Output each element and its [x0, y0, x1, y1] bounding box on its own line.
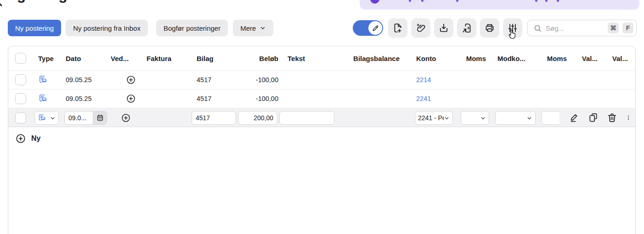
- row-checkbox[interactable]: [15, 74, 26, 85]
- cell-dato: 09.05.25: [66, 95, 111, 102]
- calendar-icon: [96, 114, 104, 122]
- calendar-button[interactable]: [93, 111, 107, 124]
- toggle-knob: [368, 21, 382, 35]
- cell-belob: -100,00: [238, 76, 278, 84]
- new-entry-button[interactable]: Ny postering: [8, 20, 61, 36]
- notification-banner: [360, 0, 639, 10]
- copy-icon: [588, 112, 599, 123]
- shortcut-cmd-badge: ⌘: [608, 22, 619, 33]
- new-document-button[interactable]: [388, 18, 407, 38]
- post-entries-button[interactable]: Bogfør posteringer: [156, 20, 228, 36]
- col-bilag: Bilag: [197, 55, 238, 62]
- row-checkbox[interactable]: [15, 93, 26, 104]
- attach-button[interactable]: [411, 18, 430, 38]
- import-icon: [438, 22, 449, 33]
- col-belob: Beløb: [238, 55, 278, 62]
- shortcut-key-badge: F: [622, 22, 633, 33]
- journal-entry-type-icon: [38, 94, 48, 103]
- col-vedhaeftning: Ved...: [111, 55, 147, 62]
- bilag-input[interactable]: [192, 111, 236, 125]
- col-tekst: Tekst: [278, 55, 348, 62]
- add-attachment-icon[interactable]: [126, 75, 136, 85]
- col-dato: Dato: [66, 55, 111, 62]
- attachment-sparkle-icon: [415, 22, 426, 33]
- edit-button[interactable]: [569, 112, 580, 123]
- konto-link[interactable]: 2241: [416, 95, 431, 102]
- pencil-icon: [372, 24, 379, 32]
- journal-entry-type-icon: [38, 114, 47, 122]
- edit-row: 09.0... 2241 - Pe: [8, 108, 635, 127]
- edit-mode-toggle[interactable]: [353, 20, 383, 36]
- new-entry-row-label: Ny: [31, 134, 40, 143]
- row-actions: [559, 108, 635, 127]
- new-entry-row[interactable]: Ny: [8, 127, 635, 150]
- table-header: Type Dato Ved... Faktura Bilag Beløb Tek…: [8, 46, 635, 70]
- cell-bilag: 4517: [197, 95, 238, 102]
- filter-button[interactable]: [503, 18, 522, 38]
- col-moms: Moms: [461, 55, 486, 62]
- print-icon: [484, 22, 495, 33]
- add-attachment-icon[interactable]: [121, 113, 131, 123]
- add-attachment-icon[interactable]: [126, 94, 136, 104]
- col-bilagsbalance: Bilagsbalance: [348, 55, 400, 62]
- type-select[interactable]: [34, 111, 59, 125]
- page-title: Bogføring: [0, 0, 68, 3]
- search-icon: [533, 24, 542, 33]
- col-valuta: Val...: [567, 55, 598, 62]
- journal-entry-type-icon: [38, 75, 48, 84]
- print-button[interactable]: [480, 18, 499, 38]
- col-konto: Konto: [400, 55, 461, 62]
- row-checkbox[interactable]: [15, 112, 26, 123]
- modkonto-select[interactable]: [495, 111, 536, 125]
- more-button-label: Mere: [240, 24, 256, 32]
- more-button[interactable]: Mere: [233, 20, 273, 36]
- trash-icon: [607, 112, 617, 123]
- toolbar: Ny postering Ny postering fra Inbox Bogf…: [8, 20, 273, 36]
- chevron-down-icon: [526, 115, 532, 121]
- table-row: 09.05.25 4517 -100,00 2241: [8, 89, 635, 108]
- duplicate-button[interactable]: [588, 112, 599, 123]
- chevron-down-icon: [444, 115, 450, 121]
- cell-bilag: 4517: [197, 76, 238, 84]
- col-modkonto: Modko...: [486, 55, 541, 62]
- post-document-button[interactable]: [457, 18, 476, 38]
- import-button[interactable]: [434, 18, 453, 38]
- konto-select[interactable]: 2241 - Pe: [415, 111, 453, 125]
- post-document-icon: [461, 22, 472, 33]
- select-all-checkbox[interactable]: [15, 53, 26, 64]
- col-valuta-2: Val...: [598, 55, 635, 62]
- col-moms-2: Moms: [541, 55, 567, 62]
- date-value[interactable]: 09.0...: [65, 111, 93, 124]
- notification-icon: [370, 0, 379, 4]
- chevron-down-icon: [50, 115, 56, 121]
- file-plus-icon: [392, 22, 403, 33]
- more-actions-button[interactable]: [625, 112, 632, 123]
- kebab-menu-icon: [625, 112, 632, 123]
- konto-select-value: 2241 - Pe: [418, 114, 444, 122]
- edit-pencil-icon: [569, 112, 580, 123]
- table-row: 09.05.25 4517 -100,00 2214: [8, 70, 635, 89]
- chevron-down-icon: [480, 115, 486, 121]
- new-entry-inbox-button[interactable]: Ny postering fra Inbox: [66, 20, 148, 36]
- plus-circle-icon: [15, 133, 26, 144]
- cell-belob: -100,00: [238, 95, 278, 102]
- moms-select[interactable]: [461, 111, 489, 125]
- konto-link[interactable]: 2214: [416, 76, 431, 84]
- chevron-down-icon: [260, 25, 266, 31]
- search-input[interactable]: [546, 24, 604, 32]
- date-field: 09.0...: [64, 111, 107, 125]
- belob-input[interactable]: [238, 111, 277, 125]
- filter-sliders-icon: [507, 22, 518, 33]
- col-type: Type: [36, 55, 66, 62]
- cell-dato: 09.05.25: [66, 76, 111, 84]
- search-box: ⌘ F: [527, 20, 637, 36]
- col-faktura: Faktura: [147, 55, 197, 62]
- journal-table: Type Dato Ved... Faktura Bilag Beløb Tek…: [8, 46, 636, 234]
- tekst-input[interactable]: [279, 111, 334, 125]
- delete-button[interactable]: [606, 112, 617, 123]
